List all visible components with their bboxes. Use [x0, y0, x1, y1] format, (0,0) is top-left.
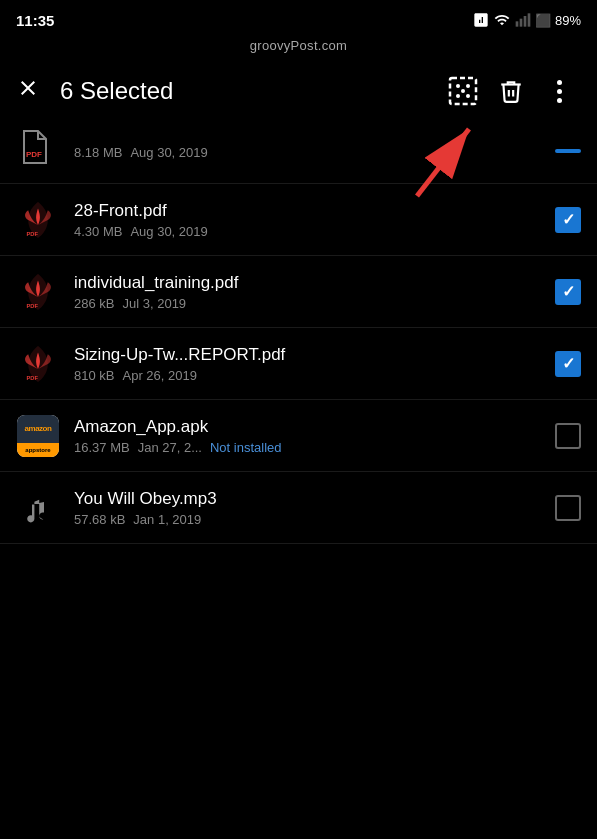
status-bar: 11:35 ⬛ 89% — [0, 0, 597, 36]
file-info: You Will Obey.mp3 57.68 kB Jan 1, 2019 — [74, 489, 543, 527]
file-checkbox[interactable] — [555, 207, 581, 233]
file-meta: 286 kB Jul 3, 2019 — [74, 296, 543, 311]
battery-percent: 89% — [555, 13, 581, 28]
list-item[interactable]: amazon appstore Amazon_App.apk 16.37 MB … — [0, 400, 597, 472]
action-bar-icons — [441, 69, 581, 113]
svg-text:PDF: PDF — [27, 303, 39, 309]
file-meta: 4.30 MB Aug 30, 2019 — [74, 224, 543, 239]
file-date: Jul 3, 2019 — [122, 296, 186, 311]
file-name: Sizing-Up-Tw...REPORT.pdf — [74, 345, 543, 365]
file-date: Aug 30, 2019 — [130, 224, 207, 239]
select-all-button[interactable] — [441, 69, 485, 113]
file-size: 16.37 MB — [74, 440, 130, 455]
not-installed-badge: Not installed — [210, 440, 282, 455]
status-time: 11:35 — [16, 12, 54, 29]
file-meta: 16.37 MB Jan 27, 2... Not installed — [74, 440, 543, 455]
svg-text:PDF: PDF — [27, 375, 39, 381]
file-size: 810 kB — [74, 368, 114, 383]
svg-rect-2 — [524, 16, 527, 27]
file-name: You Will Obey.mp3 — [74, 489, 543, 509]
wifi-icon — [493, 12, 511, 28]
svg-rect-1 — [520, 19, 523, 27]
music-file-icon — [16, 486, 60, 530]
list-item[interactable]: PDF individual_training.pdf 286 kB Jul 3… — [0, 256, 597, 328]
file-date: Apr 26, 2019 — [122, 368, 196, 383]
file-size: 4.30 MB — [74, 224, 122, 239]
file-name: individual_training.pdf — [74, 273, 543, 293]
action-bar: 6 Selected — [0, 59, 597, 123]
svg-point-9 — [461, 89, 465, 93]
file-date: Jan 27, 2... — [138, 440, 202, 455]
pdf-file-icon: PDF — [16, 270, 60, 314]
status-right: ⬛ 89% — [473, 12, 581, 28]
file-name: 28-Front.pdf — [74, 201, 543, 221]
file-list: PDF 8.18 MB Aug 30, 2019 — [0, 123, 597, 544]
watermark: groovyPost.com — [0, 36, 597, 59]
more-options-button[interactable] — [537, 69, 581, 113]
file-date: Jan 1, 2019 — [133, 512, 201, 527]
svg-point-6 — [466, 84, 470, 88]
file-size: 286 kB — [74, 296, 114, 311]
close-button[interactable] — [16, 76, 40, 106]
amazon-appstore-icon: amazon appstore — [16, 414, 60, 458]
svg-rect-3 — [528, 13, 531, 26]
selection-count-title: 6 Selected — [60, 77, 441, 105]
file-meta: 57.68 kB Jan 1, 2019 — [74, 512, 543, 527]
list-item[interactable]: PDF 28-Front.pdf 4.30 MB Aug 30, 2019 — [0, 184, 597, 256]
list-item[interactable]: PDF Sizing-Up-Tw...REPORT.pdf 810 kB Apr… — [0, 328, 597, 400]
list-item[interactable]: PDF 8.18 MB Aug 30, 2019 — [0, 123, 597, 184]
file-checkbox[interactable] — [555, 351, 581, 377]
svg-text:PDF: PDF — [26, 150, 42, 159]
list-item[interactable]: You Will Obey.mp3 57.68 kB Jan 1, 2019 — [0, 472, 597, 544]
svg-point-5 — [456, 84, 460, 88]
delete-button[interactable] — [489, 69, 533, 113]
pdf-file-icon: PDF — [16, 198, 60, 242]
file-info: 28-Front.pdf 4.30 MB Aug 30, 2019 — [74, 201, 543, 239]
file-checkbox[interactable] — [555, 279, 581, 305]
file-meta: 810 kB Apr 26, 2019 — [74, 368, 543, 383]
svg-point-7 — [456, 94, 460, 98]
file-info: Amazon_App.apk 16.37 MB Jan 27, 2... Not… — [74, 417, 543, 455]
file-size: 57.68 kB — [74, 512, 125, 527]
file-checkbox[interactable] — [555, 495, 581, 521]
file-icon-partial: PDF — [16, 129, 60, 173]
svg-rect-0 — [516, 21, 519, 26]
file-checkbox[interactable] — [555, 423, 581, 449]
partial-checkbox — [555, 149, 581, 153]
nfc-icon — [473, 12, 489, 28]
file-size-partial: 8.18 MB — [74, 145, 122, 160]
file-name: Amazon_App.apk — [74, 417, 543, 437]
battery-icon: ⬛ — [535, 13, 551, 28]
file-meta-partial: 8.18 MB Aug 30, 2019 — [74, 145, 543, 160]
file-date-partial: Aug 30, 2019 — [130, 145, 207, 160]
more-icon — [557, 80, 562, 103]
file-info: individual_training.pdf 286 kB Jul 3, 20… — [74, 273, 543, 311]
file-info: Sizing-Up-Tw...REPORT.pdf 810 kB Apr 26,… — [74, 345, 543, 383]
signal-icon — [515, 12, 531, 28]
svg-point-8 — [466, 94, 470, 98]
svg-text:PDF: PDF — [27, 231, 39, 237]
pdf-file-icon: PDF — [16, 342, 60, 386]
